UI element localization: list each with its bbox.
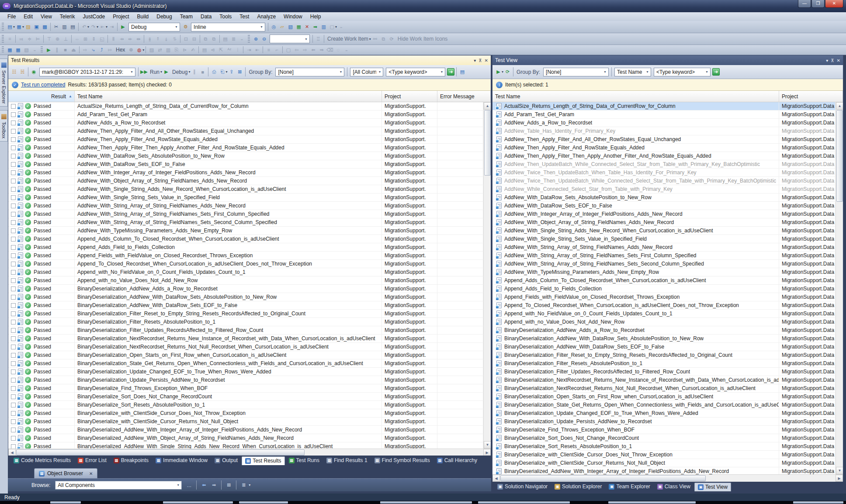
row-checkbox[interactable] bbox=[11, 270, 16, 275]
test-result-row[interactable]: ✓PassedAppend_To_Closed_Recordset_When_C… bbox=[8, 260, 483, 268]
test-result-row[interactable]: ✓PassedAddNew_With_String_Array_of_Strin… bbox=[8, 210, 483, 218]
test-result-row[interactable]: ✓PassedAppend_Adds_Column_To_Closed_Reco… bbox=[8, 235, 483, 243]
toolbar-overflow-icon[interactable]: ₌ bbox=[343, 46, 350, 54]
export-results-icon[interactable]: ⎙ bbox=[210, 68, 218, 76]
row-checkbox[interactable] bbox=[11, 411, 16, 416]
test-result-row[interactable]: ✓PassedAddNew_Adds_a_Row_to_RecordsetMig… bbox=[8, 119, 483, 127]
test-result-row[interactable]: ✓PassedBinaryDeserialization_Open_Starts… bbox=[8, 351, 483, 359]
close-panel-icon[interactable]: ✕ bbox=[485, 58, 488, 63]
menu-item-edit[interactable]: Edit bbox=[20, 13, 37, 21]
apply-filter-icon[interactable]: ➜ bbox=[447, 68, 454, 76]
redo-icon[interactable]: ↷ bbox=[90, 23, 97, 31]
tab-call-hierarchy[interactable]: ▦Call Hierarchy bbox=[434, 456, 480, 465]
test-view-row[interactable]: AddNew_Table_Has_Identity_For_Primary_Ke… bbox=[492, 127, 836, 135]
test-view-row[interactable]: AddNew_With_String_Array_of_String_Field… bbox=[492, 243, 836, 252]
test-run-completed-link[interactable]: Test run completed bbox=[21, 82, 65, 88]
test-result-row[interactable]: ✓PassedBinaryDeserialization_Update_Chan… bbox=[8, 368, 483, 376]
validate-icon[interactable]: ✍ bbox=[189, 46, 197, 54]
test-view-row[interactable]: Append_Adds_Column_To_Closed_Recordset_W… bbox=[492, 276, 836, 285]
test-results-title-bar[interactable]: Test Results ▾ ⊼ ✕ bbox=[8, 55, 491, 65]
tab-test-results[interactable]: ▦Test Results bbox=[242, 456, 284, 465]
test-results-vertical-scrollbar[interactable]: ▲ ▼ bbox=[483, 102, 491, 449]
tab-find-symbol-results[interactable]: ▦Find Symbol Results bbox=[371, 456, 433, 465]
test-result-row[interactable]: ✓PassedAddNew_With_DataRow_Sets_Absolute… bbox=[8, 152, 483, 160]
row-checkbox[interactable] bbox=[11, 278, 16, 283]
prev-bookmark-folder-icon[interactable]: ⇚ bbox=[309, 46, 317, 54]
test-result-row[interactable]: ✓PassedBinaryDeserialize_Find_Throws_Exc… bbox=[8, 384, 483, 393]
results-pane-icon[interactable]: ▤ bbox=[201, 46, 208, 54]
test-result-row[interactable]: ✓PassedBinaryDeserialization_Update_Pers… bbox=[8, 376, 483, 384]
forward-icon[interactable]: ➡ bbox=[210, 481, 218, 489]
row-checkbox[interactable] bbox=[11, 179, 16, 183]
menu-item-help[interactable]: Help bbox=[306, 13, 325, 21]
row-checkbox[interactable] bbox=[11, 112, 16, 117]
row-checkbox[interactable] bbox=[11, 328, 16, 333]
sort-column-combo[interactable]: Test Name▾ bbox=[614, 68, 651, 76]
row-checkbox[interactable] bbox=[11, 353, 16, 358]
test-view-row[interactable]: BinaryDeserialization_Filter_Reset_to_Em… bbox=[492, 351, 836, 359]
taskbar-button[interactable] bbox=[608, 501, 696, 504]
test-view-row[interactable]: BinaryDeserialization_Update_Changed_EOF… bbox=[492, 409, 836, 418]
debug-checked-tests-icon[interactable]: ▶ bbox=[163, 68, 170, 76]
test-result-row[interactable]: ✓PassedBinaryDeserialized_AddNew_With_Si… bbox=[8, 442, 483, 449]
extensions-icon[interactable]: ➡ bbox=[312, 23, 319, 31]
column-header-project[interactable]: Project bbox=[382, 91, 437, 102]
find-combo[interactable]: Inline▾ bbox=[191, 23, 265, 31]
connection-icon[interactable]: ◉ bbox=[30, 68, 38, 76]
column-header-test-name[interactable]: Test Name bbox=[492, 91, 779, 102]
row-checkbox[interactable] bbox=[11, 204, 16, 208]
more-windows-icon[interactable]: ▢ bbox=[328, 23, 336, 31]
menu-item-project[interactable]: Project bbox=[109, 13, 133, 21]
run-selection-icon[interactable]: ▶ bbox=[495, 68, 502, 76]
tab-code-metrics-results[interactable]: ▦Code Metrics Results bbox=[10, 456, 74, 465]
row-checkbox[interactable] bbox=[11, 378, 16, 383]
start-page-icon[interactable]: ▥ bbox=[320, 23, 327, 31]
menu-item-telerik[interactable]: Telerik bbox=[56, 13, 79, 21]
test-view-row[interactable]: BinaryDeserialization_Update_Persists_Ad… bbox=[492, 418, 836, 426]
group-by-icon[interactable]: ⫶ bbox=[234, 46, 241, 54]
test-view-row[interactable]: BinaryDeserialize_Sort_Resets_AbsolutePo… bbox=[492, 442, 836, 451]
scroll-down-icon[interactable]: ▼ bbox=[484, 441, 491, 449]
start-debugging-icon[interactable]: ▶ bbox=[119, 23, 127, 31]
window-position-icon[interactable]: ▾ bbox=[826, 58, 828, 63]
close-tab-icon[interactable]: ✕ bbox=[89, 471, 93, 476]
sql-pane-icon[interactable]: ᴬᶻ bbox=[225, 46, 233, 54]
row-checkbox[interactable] bbox=[11, 345, 16, 349]
row-checkbox[interactable] bbox=[11, 295, 16, 300]
scroll-up-icon[interactable]: ▲ bbox=[836, 102, 843, 110]
tab-find-results-1[interactable]: ▦Find Results 1 bbox=[323, 456, 371, 465]
test-view-row[interactable]: AddNew_While_Connected_Select_Star_from_… bbox=[492, 185, 836, 193]
test-result-row[interactable]: ✓PassedBinaryDeserialization_AddNew_Adds… bbox=[8, 285, 483, 293]
load-metadata-icon[interactable]: ▧ bbox=[23, 46, 30, 54]
save-all-icon[interactable]: ▩ bbox=[41, 23, 49, 31]
tab-immediate-window[interactable]: ▦Immediate Window bbox=[153, 456, 211, 465]
row-checkbox[interactable] bbox=[11, 386, 16, 391]
taskbar-button[interactable] bbox=[50, 501, 81, 504]
row-checkbox[interactable] bbox=[11, 154, 16, 159]
copy-icon[interactable]: ▥ bbox=[61, 23, 68, 31]
row-checkbox[interactable] bbox=[11, 394, 16, 399]
test-result-row[interactable]: ✓PassedAddNew_Then_Apply_Filter_And_All_… bbox=[8, 127, 483, 135]
horizontal-spacing-remove-icon[interactable]: ⇹ bbox=[135, 35, 142, 43]
close-results-icon[interactable]: ⊠ bbox=[236, 68, 243, 76]
tab-order-icon[interactable]: ▤ bbox=[222, 35, 229, 43]
test-result-row[interactable]: ✓PassedAddNew_With_Object_Array_of_Strin… bbox=[8, 177, 483, 185]
attach-icon[interactable]: ⚙ bbox=[182, 23, 189, 31]
horizontal-spacing-equal-icon[interactable]: ⫴ bbox=[110, 35, 117, 43]
hierarchy-icon[interactable]: ♖ bbox=[315, 35, 322, 43]
make-same-size-icon[interactable]: ◱ bbox=[98, 35, 106, 43]
test-result-row[interactable]: ✓PassedBinaryDeserialization_AddNew_With… bbox=[8, 293, 483, 301]
close-panel-icon[interactable]: ✕ bbox=[837, 58, 840, 63]
row-checkbox[interactable] bbox=[11, 121, 16, 125]
menu-item-window[interactable]: Window bbox=[280, 13, 306, 21]
horizontal-spacing-decrease-icon[interactable]: ⇷ bbox=[126, 35, 134, 43]
row-checkbox[interactable] bbox=[11, 220, 16, 225]
test-result-row[interactable]: ✓PassedBinaryDeserialization_Filter_Rese… bbox=[8, 310, 483, 318]
refresh-icon[interactable]: ⟳ bbox=[504, 68, 511, 76]
row-checkbox[interactable] bbox=[11, 336, 16, 341]
bring-to-front-icon[interactable]: ⊡ bbox=[182, 35, 190, 43]
view-designer-icon[interactable]: ▥ bbox=[164, 46, 172, 54]
stop-test-run-icon[interactable]: ■ bbox=[199, 68, 206, 76]
test-result-row[interactable]: ✓PassedAddNew_Then_Apply_Filter_And_RowS… bbox=[8, 135, 483, 144]
row-checkbox[interactable] bbox=[11, 145, 16, 150]
